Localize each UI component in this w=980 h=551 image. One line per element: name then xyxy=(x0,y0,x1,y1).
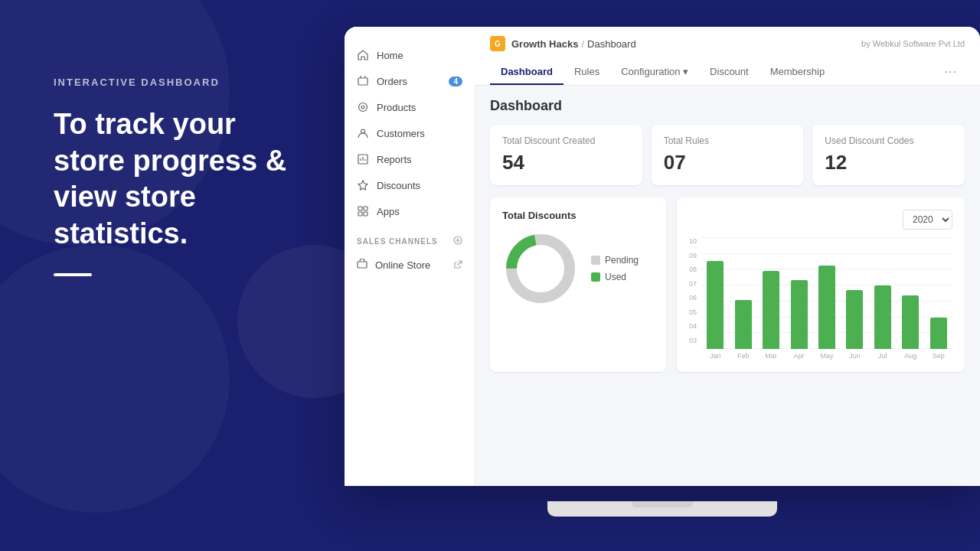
sidebar-apps-label: Apps xyxy=(377,206,400,217)
bar-rect xyxy=(791,280,808,349)
online-store-label: Online Store xyxy=(375,259,430,271)
svg-rect-8 xyxy=(358,212,362,216)
sidebar-products-label: Products xyxy=(377,102,416,113)
external-link-icon xyxy=(454,260,462,270)
x-label: Feb xyxy=(732,352,753,360)
bar-col xyxy=(760,237,782,349)
sidebar-item-orders[interactable]: Orders 4 xyxy=(345,68,475,94)
bar-chart-card: 2020 2019 2018 1009080706050403 xyxy=(677,197,965,372)
y-label: 10 xyxy=(689,237,697,245)
tab-dashboard[interactable]: Dashboard xyxy=(490,60,564,85)
donut-chart-card: Total Discounts xyxy=(490,197,666,372)
bar-rect xyxy=(902,295,919,349)
main-content: G Growth Hacks / Dashboard by Webkul Sof… xyxy=(475,27,980,486)
year-select[interactable]: 2020 2019 2018 xyxy=(903,210,952,230)
stat-value-used-codes: 12 xyxy=(825,151,952,174)
left-panel: INTERACTIVE DASHBOARD To track your stor… xyxy=(54,77,299,276)
x-axis-labels: JanFebMarAprMayJunJulAugSep xyxy=(701,352,952,360)
sidebar-orders-label: Orders xyxy=(377,76,407,87)
y-label: 04 xyxy=(689,322,697,330)
orders-badge: 4 xyxy=(449,77,462,86)
stat-label-used-codes: Used Discount Codes xyxy=(825,135,952,146)
used-label: Used xyxy=(605,272,626,282)
products-icon xyxy=(357,101,369,113)
left-label: INTERACTIVE DASHBOARD xyxy=(54,77,299,88)
more-options-button[interactable]: ··· xyxy=(937,59,965,85)
bar-col xyxy=(816,237,838,349)
breadcrumb-separator: / xyxy=(581,38,584,50)
svg-point-2 xyxy=(361,106,364,109)
bar-col xyxy=(788,237,809,349)
svg-rect-9 xyxy=(364,212,368,216)
y-label: 03 xyxy=(689,337,697,344)
content-area: Dashboard Total Discount Created 54 Tota… xyxy=(475,86,980,486)
stat-value-total-rules: 07 xyxy=(664,151,792,174)
sidebar-item-reports[interactable]: Reports xyxy=(345,146,475,172)
customers-icon xyxy=(357,127,369,139)
sidebar-item-customers[interactable]: Customers xyxy=(345,120,475,146)
bar-col xyxy=(732,237,753,349)
top-bar: G Growth Hacks / Dashboard by Webkul Sof… xyxy=(475,27,980,86)
y-label: 08 xyxy=(689,266,697,273)
svg-rect-0 xyxy=(358,78,368,85)
device-shell: Home Orders 4 Pr xyxy=(345,27,980,517)
sidebar-reports-label: Reports xyxy=(377,154,412,165)
used-dot xyxy=(591,272,600,282)
bar-col xyxy=(928,237,949,349)
reports-icon xyxy=(357,153,369,165)
x-label: Sep xyxy=(928,352,949,360)
stats-row: Total Discount Created 54 Total Rules 07… xyxy=(490,125,965,185)
bar-rect xyxy=(763,271,779,349)
tab-rules[interactable]: Rules xyxy=(564,60,610,85)
sidebar-item-discounts[interactable]: Discounts xyxy=(345,172,475,198)
legend-pending: Pending xyxy=(591,255,639,266)
bar-rect xyxy=(846,290,863,349)
left-heading: To track your store progress & view stor… xyxy=(54,106,299,252)
bar-rect xyxy=(818,266,835,349)
sidebar: Home Orders 4 Pr xyxy=(345,27,475,486)
sidebar-discounts-label: Discounts xyxy=(377,180,420,191)
svg-marker-5 xyxy=(358,181,368,190)
home-icon xyxy=(357,49,369,61)
app-icon: G xyxy=(490,36,505,51)
sidebar-item-apps[interactable]: Apps xyxy=(345,198,475,224)
bar-col xyxy=(844,237,865,349)
add-channel-icon[interactable] xyxy=(453,235,462,247)
sidebar-home-label: Home xyxy=(377,50,403,61)
bar-rect xyxy=(707,261,724,349)
device-screen: Home Orders 4 Pr xyxy=(345,27,980,486)
x-label: Jun xyxy=(844,352,865,360)
orders-icon xyxy=(357,75,369,87)
legend-used: Used xyxy=(591,272,639,282)
sidebar-item-online-store[interactable]: Online Store xyxy=(345,252,475,279)
x-label: May xyxy=(816,352,838,360)
online-store-icon xyxy=(357,259,368,272)
y-label: 09 xyxy=(689,252,697,259)
left-divider xyxy=(54,273,92,276)
x-label: Aug xyxy=(900,352,921,360)
y-label: 06 xyxy=(689,294,697,302)
sidebar-item-home[interactable]: Home xyxy=(345,42,475,68)
donut-legend: Pending Used xyxy=(591,255,639,282)
bar-chart-header: 2020 2019 2018 xyxy=(689,210,952,230)
discounts-icon xyxy=(357,179,369,191)
svg-point-3 xyxy=(361,129,365,133)
tab-membership[interactable]: Membership xyxy=(760,60,836,85)
svg-rect-11 xyxy=(358,262,367,268)
bar-col xyxy=(704,237,726,349)
bar-chart-content: JanFebMarAprMayJunJulAugSep xyxy=(701,237,952,360)
tab-configuration[interactable]: Configuration ▾ xyxy=(610,60,699,85)
stat-label-total-rules: Total Rules xyxy=(664,135,792,146)
sales-channels-label: SALES CHANNELS xyxy=(357,237,438,246)
pending-label: Pending xyxy=(605,255,639,266)
y-axis-labels: 1009080706050403 xyxy=(689,237,697,360)
breadcrumb-row: G Growth Hacks / Dashboard by Webkul Sof… xyxy=(490,36,965,51)
y-label: 05 xyxy=(689,308,697,316)
bar-rect xyxy=(735,300,752,349)
svg-rect-6 xyxy=(358,207,362,210)
online-store-left: Online Store xyxy=(357,259,430,272)
breadcrumb: G Growth Hacks / Dashboard xyxy=(490,36,636,51)
sidebar-item-products[interactable]: Products xyxy=(345,94,475,120)
tab-discount[interactable]: Discount xyxy=(699,60,760,85)
donut-title: Total Discounts xyxy=(502,210,654,221)
